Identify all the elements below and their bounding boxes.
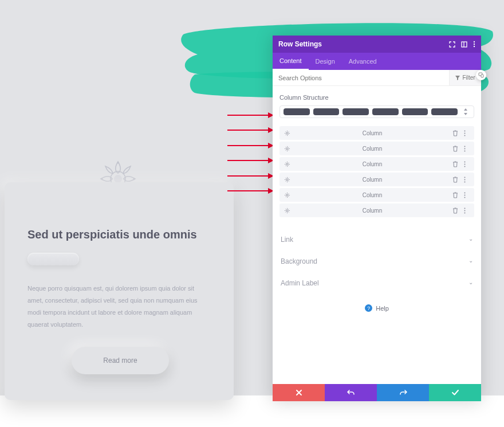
kebab-menu-icon[interactable]	[464, 130, 470, 136]
sort-arrows-icon[interactable]	[461, 106, 470, 117]
svg-point-24	[464, 166, 466, 167]
annotation-arrow	[227, 115, 273, 116]
structure-bar	[372, 108, 399, 115]
svg-point-14	[464, 130, 466, 131]
svg-point-25	[286, 178, 288, 180]
svg-point-32	[464, 197, 466, 198]
gear-icon[interactable]	[284, 192, 292, 198]
chevron-down-icon: ⌄	[468, 279, 473, 287]
undo-button[interactable]	[325, 384, 377, 401]
svg-point-16	[464, 135, 466, 136]
svg-point-28	[464, 181, 466, 182]
svg-point-9	[474, 44, 475, 45]
svg-point-2	[117, 162, 119, 163]
kebab-menu-icon[interactable]	[464, 192, 470, 198]
gear-icon[interactable]	[284, 146, 292, 152]
help-label: Help	[376, 305, 389, 312]
accordion-admin-label[interactable]: Admin Label ⌄	[279, 272, 474, 294]
column-row[interactable]: Column	[279, 173, 474, 186]
structure-bar	[402, 108, 428, 115]
trash-icon[interactable]	[452, 146, 460, 152]
column-label: Column	[292, 192, 452, 198]
structure-bar	[284, 108, 310, 115]
column-structure-selector[interactable]	[279, 105, 474, 118]
search-row: Filter	[273, 70, 481, 86]
read-more-label: Read more	[103, 357, 137, 365]
cancel-button[interactable]	[273, 384, 325, 401]
row-settings-modal: Row Settings Content Design Advanced Fil…	[273, 36, 481, 401]
help-button[interactable]: ? Help	[279, 304, 474, 312]
column-row[interactable]: Column	[279, 126, 474, 140]
svg-point-15	[464, 132, 466, 134]
column-label: Column	[292, 161, 452, 167]
redo-icon	[399, 389, 407, 396]
expand-icon[interactable]	[449, 41, 455, 48]
column-row[interactable]: Column	[279, 142, 474, 155]
modal-tabs: Content Design Advanced	[273, 53, 481, 70]
layout-icon[interactable]	[461, 41, 467, 48]
trash-icon[interactable]	[452, 192, 460, 198]
structure-bar	[313, 108, 340, 115]
svg-point-18	[464, 146, 466, 147]
save-button[interactable]	[429, 384, 481, 401]
card-pill-placeholder	[27, 253, 79, 265]
accordion-label: Admin Label	[281, 279, 319, 287]
gear-icon[interactable]	[284, 130, 292, 136]
column-label: Column	[292, 207, 452, 214]
svg-point-21	[286, 163, 288, 164]
tab-design[interactable]: Design	[309, 53, 342, 70]
trash-icon[interactable]	[452, 177, 460, 183]
kebab-menu-icon[interactable]	[464, 161, 470, 167]
kebab-menu-icon[interactable]	[464, 146, 470, 152]
modal-header[interactable]: Row Settings	[273, 36, 481, 53]
help-icon: ?	[365, 304, 372, 312]
trash-icon[interactable]	[452, 161, 460, 167]
tab-content[interactable]: Content	[273, 53, 309, 70]
structure-bar	[342, 108, 369, 115]
svg-point-1	[114, 175, 122, 183]
annotation-arrow	[227, 130, 273, 131]
gear-icon[interactable]	[284, 207, 292, 214]
trash-icon[interactable]	[452, 130, 460, 136]
modal-body: Column Structure Column Column	[273, 86, 481, 384]
modal-footer	[273, 384, 481, 401]
read-more-button[interactable]: Read more	[72, 347, 169, 374]
card-body-text: Neque porro quisquam est, qui dolorem ip…	[5, 283, 234, 331]
svg-point-22	[464, 161, 466, 162]
kebab-menu-icon[interactable]	[464, 177, 470, 183]
tab-advanced[interactable]: Advanced	[342, 53, 384, 70]
structure-bar	[431, 108, 458, 115]
annotation-arrow	[227, 190, 273, 191]
redo-button[interactable]	[377, 384, 429, 401]
annotation-arrow	[227, 145, 273, 146]
svg-point-36	[464, 212, 466, 213]
kebab-menu-icon[interactable]	[473, 41, 475, 48]
accordion-background[interactable]: Background ⌄	[279, 250, 474, 272]
svg-point-23	[464, 163, 466, 164]
svg-point-26	[464, 177, 466, 178]
column-row[interactable]: Column	[279, 203, 474, 217]
filter-label: Filter	[462, 75, 475, 81]
kebab-menu-icon[interactable]	[464, 207, 470, 214]
svg-point-5	[133, 178, 135, 179]
svg-point-34	[464, 207, 466, 209]
svg-point-30	[464, 192, 466, 193]
check-icon	[451, 389, 459, 396]
accordion-link[interactable]: Link ⌄	[279, 229, 474, 250]
chevron-down-icon: ⌄	[468, 257, 473, 265]
filter-icon	[455, 76, 460, 80]
trash-icon[interactable]	[452, 207, 460, 214]
column-row[interactable]: Column	[279, 157, 474, 171]
svg-point-29	[286, 194, 288, 195]
accordion-label: Background	[281, 257, 317, 265]
search-input[interactable]	[273, 70, 449, 85]
gear-icon[interactable]	[284, 161, 292, 167]
column-label: Column	[292, 130, 452, 136]
gear-icon[interactable]	[284, 177, 292, 183]
svg-point-20	[464, 150, 466, 151]
svg-point-4	[101, 178, 103, 179]
close-icon	[296, 389, 302, 396]
column-row[interactable]: Column	[279, 188, 474, 202]
annotation-arrow	[227, 160, 273, 161]
responsive-badge-icon[interactable]	[476, 70, 486, 80]
